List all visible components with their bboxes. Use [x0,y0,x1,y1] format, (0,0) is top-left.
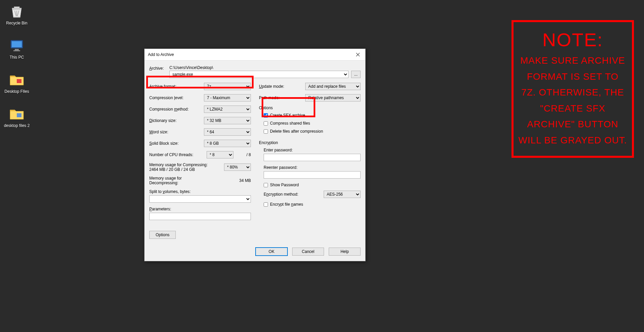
reenter-password-input[interactable] [264,171,361,179]
options-button[interactable]: Options [149,231,176,239]
this-pc-icon [9,38,25,54]
split-volumes-input[interactable] [149,195,251,203]
archive-format-label: Archive format: [149,84,204,89]
parameters-label: Parameters: [149,207,251,211]
update-mode-label: Update mode: [259,84,305,89]
annotation-note: NOTE: MAKE SURE ARCHIVE FORMAT IS SET TO… [512,20,634,158]
dictionary-size-select[interactable]: * 32 MB [204,117,251,124]
update-mode-select[interactable]: Add and replace files [305,83,361,90]
archive-path: C:\Users\Vince\Desktop\ [169,65,361,70]
recycle-bin-icon [9,3,25,19]
compression-method-label: Compression method: [149,107,204,112]
delete-after-label: Delete files after compression [270,129,323,134]
mem-compress-value: 2464 MB / 20 GB / 24 GB [149,167,224,172]
mem-decompress-label: Memory usage for Decompressing: [149,176,204,185]
desktop-icon-label: Recycle Bin [3,21,30,25]
word-size-select[interactable]: * 64 [204,128,251,136]
path-mode-label: Path mode: [259,95,305,100]
mem-compress-pct-select[interactable]: * 80% [224,163,251,171]
desktop-icon-label: This PC [3,55,30,60]
help-button[interactable]: Help [329,248,361,256]
split-volumes-label: Split to volumes, bytes: [149,189,251,194]
compression-method-select[interactable]: * LZMA2 [204,106,251,113]
folder-icon [9,72,25,88]
folder-icon [9,106,25,122]
word-size-label: Word size: [149,130,204,134]
encryption-method-select[interactable]: AES-256 [324,191,361,198]
compress-shared-label: Compress shared files [270,121,310,126]
desktop-icon-folder-1[interactable]: Desktop FIles [3,72,30,94]
desktop-icon-label: Desktop FIles [3,89,30,94]
browse-button[interactable]: ... [351,71,361,78]
archive-label: Archive: [149,65,166,71]
encryption-method-label: Encryption method: [264,192,324,197]
compression-level-label: Compression level: [149,95,204,100]
enter-password-input[interactable] [264,154,361,161]
svg-rect-0 [14,7,19,8]
create-sfx-checkbox[interactable] [264,113,268,118]
parameters-input[interactable] [149,213,251,220]
options-section-title: Options [259,106,361,110]
encryption-section-title: Encryption [259,140,361,145]
desktop-icon-this-pc[interactable]: This PC [3,38,30,60]
solid-block-label: Solid Block size: [149,141,204,146]
svg-rect-3 [15,49,19,50]
svg-rect-2 [12,41,22,47]
desktop-icon-recycle-bin[interactable]: Recycle Bin [3,3,30,25]
show-password-checkbox[interactable] [264,183,268,187]
svg-rect-6 [17,113,21,117]
mem-compress-label: Memory usage for Compressing: [149,162,224,167]
reenter-password-label: Reenter password: [264,165,361,170]
create-sfx-label: Create SFX archive [270,113,305,118]
note-title: NOTE: [518,29,627,51]
titlebar[interactable]: Add to Archive [145,49,365,61]
compress-shared-checkbox[interactable] [264,121,268,126]
solid-block-select[interactable]: * 8 GB [204,140,251,147]
mem-decompress-value: 34 MB [204,178,251,183]
cpu-threads-total: / 8 [236,152,251,157]
svg-rect-4 [13,50,20,51]
encrypt-filenames-label: Encrypt file names [270,202,303,207]
add-to-archive-dialog: Add to Archive Archive: C:\Users\Vince\D… [144,49,366,261]
desktop-icon-folder-2[interactable]: desktop files 2 [3,106,30,128]
ok-button[interactable]: OK [256,248,287,256]
archive-format-select[interactable]: 7z [204,83,251,90]
dictionary-size-label: Dictionary size: [149,118,204,123]
note-body: MAKE SURE ARCHIVE FORMAT IS SET TO 7Z. O… [518,53,627,148]
dialog-title: Add to Archive [148,52,174,57]
encrypt-filenames-checkbox[interactable] [264,202,268,207]
compression-level-select[interactable]: 7 - Maximum [204,94,251,102]
close-button[interactable] [352,51,364,58]
cancel-button[interactable]: Cancel [292,248,324,256]
path-mode-select[interactable]: Relative pathnames [305,94,361,102]
desktop-icon-label: desktop files 2 [3,123,30,128]
cpu-threads-select[interactable]: * 8 [207,151,233,158]
svg-rect-5 [17,79,21,83]
show-password-label: Show Password [270,183,299,187]
cpu-threads-label: Number of CPU threads: [149,152,207,157]
delete-after-checkbox[interactable] [264,129,268,134]
enter-password-label: Enter password: [264,148,361,152]
close-icon [356,53,360,57]
archive-name-input[interactable]: sample.exe [169,71,348,78]
